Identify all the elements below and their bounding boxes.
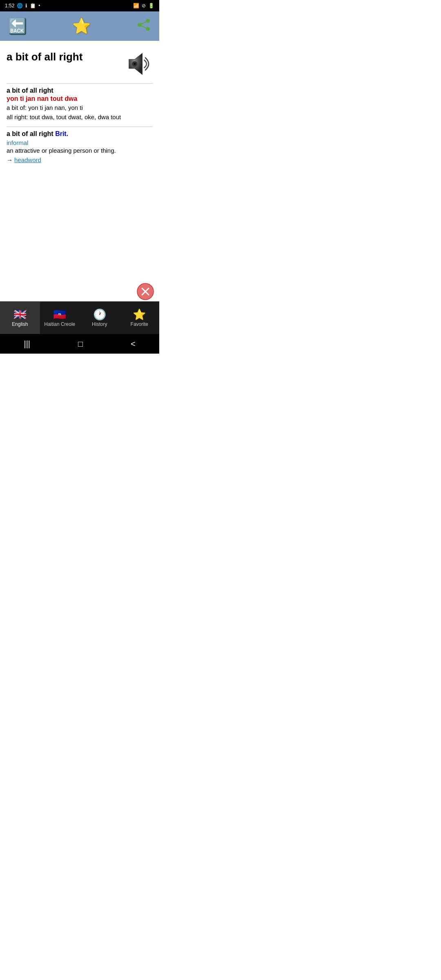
brit-label: Brit. bbox=[55, 130, 68, 137]
nav-menu-button[interactable]: ||| bbox=[16, 336, 38, 352]
english-flag-icon: 🇬🇧 bbox=[13, 309, 27, 320]
headword-link-row: → headword bbox=[7, 156, 153, 163]
divider-1 bbox=[7, 83, 153, 84]
entry-definition: an attractive or pleasing person or thin… bbox=[7, 147, 153, 154]
tab-history-label: History bbox=[92, 321, 107, 327]
divider-2 bbox=[7, 127, 153, 127]
close-button[interactable] bbox=[136, 283, 154, 301]
word-title-row: a bit of all right bbox=[7, 47, 153, 80]
tab-haitian-label: Haitian Creole bbox=[44, 321, 75, 327]
android-nav-bar: ||| □ < bbox=[0, 334, 159, 354]
informal-label: informal bbox=[7, 139, 153, 146]
tab-history[interactable]: 🕐 History bbox=[80, 302, 120, 334]
main-content: a bit of all right bbox=[0, 41, 159, 301]
status-time: 1:52 bbox=[5, 3, 14, 9]
status-left: 1:52 🌐 ℹ 📋 • bbox=[5, 3, 40, 9]
dot-indicator: • bbox=[38, 3, 40, 9]
favorite-star-button[interactable]: ⭐ bbox=[72, 18, 91, 35]
svg-line-3 bbox=[140, 21, 148, 25]
entry-detail-1: a bit of: yon ti jan nan, yon ti bbox=[7, 103, 153, 113]
headword-link[interactable]: headword bbox=[14, 156, 41, 163]
entry-headword-1: a bit of all right bbox=[7, 87, 153, 94]
top-nav: 🔙 ⭐ bbox=[0, 11, 159, 41]
tab-favorite[interactable]: ⭐ Favorite bbox=[120, 302, 160, 334]
haitian-flag-icon: 🇭🇹 bbox=[53, 309, 66, 320]
tab-english-label: English bbox=[12, 321, 28, 327]
wifi-icon: 📶 bbox=[133, 3, 139, 9]
share-button[interactable] bbox=[136, 18, 151, 35]
headword-brit-row: a bit of all right Brit. bbox=[7, 130, 153, 138]
entry-section-2: a bit of all right Brit. informal an att… bbox=[7, 130, 153, 163]
entry-section-1: a bit of all right yon ti jan nan tout d… bbox=[7, 87, 153, 122]
notepad-icon: 📋 bbox=[30, 3, 36, 9]
history-clock-icon: 🕐 bbox=[93, 309, 106, 320]
status-bar: 1:52 🌐 ℹ 📋 • 📶 ⊘ 🔋 bbox=[0, 0, 159, 11]
nav-home-button[interactable]: □ bbox=[70, 336, 91, 352]
bottom-tab-bar: 🇬🇧 English 🇭🇹 Haitian Creole 🕐 History ⭐… bbox=[0, 301, 159, 334]
info-icon: ℹ bbox=[25, 3, 27, 9]
back-button[interactable]: 🔙 bbox=[8, 18, 27, 35]
nav-back-button[interactable]: < bbox=[122, 336, 144, 352]
svg-line-4 bbox=[140, 25, 148, 29]
entry-translation: yon ti jan nan tout dwa bbox=[7, 95, 153, 102]
tab-haitian-creole[interactable]: 🇭🇹 Haitian Creole bbox=[40, 302, 80, 334]
entry-headword-2: a bit of all right bbox=[7, 130, 53, 137]
speaker-button[interactable] bbox=[120, 47, 153, 80]
battery-icon: 🔋 bbox=[148, 3, 154, 9]
favorite-icon: ⭐ bbox=[133, 309, 146, 320]
svg-point-7 bbox=[134, 62, 136, 65]
entry-headword-title: a bit of all right bbox=[7, 47, 82, 63]
no-disturb-icon: ⊘ bbox=[142, 3, 146, 9]
status-right: 📶 ⊘ 🔋 bbox=[133, 3, 154, 9]
entry-detail-2: all right: tout dwa, tout dwat, oke, dwa… bbox=[7, 113, 153, 122]
arrow-symbol: → bbox=[7, 156, 13, 163]
svg-point-0 bbox=[146, 19, 150, 23]
tab-favorite-label: Favorite bbox=[131, 321, 148, 327]
globe-icon: 🌐 bbox=[17, 3, 23, 9]
tab-english[interactable]: 🇬🇧 English bbox=[0, 302, 40, 334]
